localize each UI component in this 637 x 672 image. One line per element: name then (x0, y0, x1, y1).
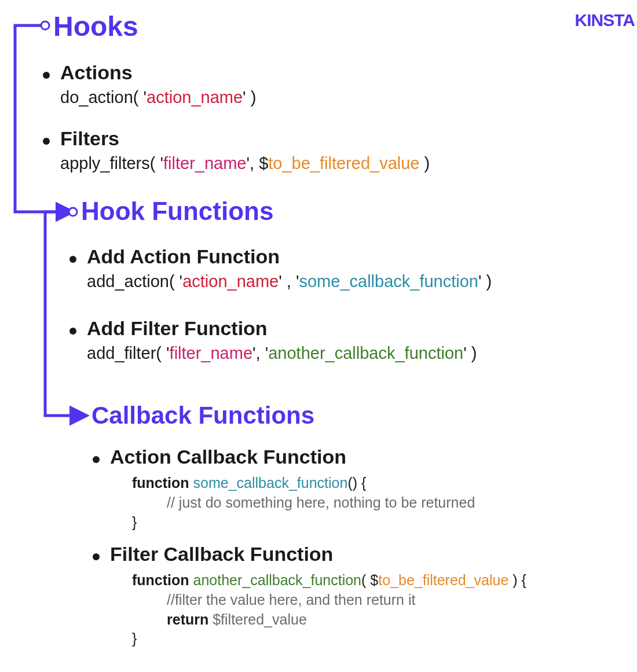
bullet-icon (93, 456, 100, 463)
filters-heading: Filters (43, 127, 119, 150)
action-callback-code: function some_callback_function() { // j… (132, 473, 475, 532)
bullet-icon (69, 256, 76, 263)
do-action-code: do_action( 'action_name' ) (60, 88, 256, 107)
action-callback-heading: Action Callback Function (93, 446, 346, 468)
filter-callback-heading: Filter Callback Function (93, 543, 333, 565)
bullet-icon (43, 138, 50, 145)
section-callback-functions-title: Callback Functions (91, 402, 314, 429)
bullet-icon (93, 553, 100, 560)
brand-logo: KINSTA (575, 10, 635, 30)
actions-heading: Actions (43, 61, 133, 84)
add-action-code: add_action( 'action_name' , 'some_callba… (87, 272, 492, 291)
section-hook-functions-title: Hook Functions (81, 197, 273, 226)
section-hooks-title: Hooks (53, 10, 138, 42)
add-filter-code: add_filter( 'filter_name', 'another_call… (87, 344, 477, 363)
add-filter-heading: Add Filter Function (69, 317, 268, 340)
svg-point-1 (69, 208, 77, 216)
add-action-heading: Add Action Function (69, 245, 280, 268)
bullet-icon (69, 328, 76, 335)
bullet-icon (43, 72, 50, 79)
filter-callback-code: function another_callback_function( $to_… (132, 571, 526, 649)
svg-point-0 (41, 21, 49, 30)
apply-filters-code: apply_filters( 'filter_name', $to_be_fil… (60, 154, 430, 173)
